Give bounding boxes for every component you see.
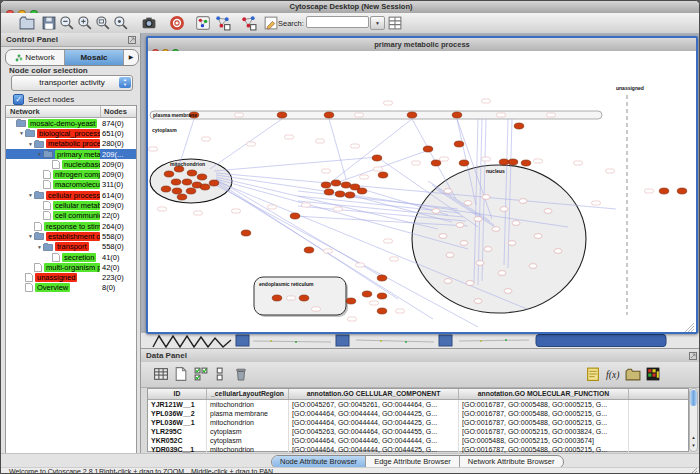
column-header[interactable]: annotation.GO MOLECULAR_FUNCTION — [459, 389, 629, 399]
background-windows-strip[interactable] — [141, 332, 700, 348]
tree-item[interactable]: secretion41(0) — [6, 252, 136, 262]
float-panel-icon[interactable] — [689, 351, 697, 359]
zoom-out-icon[interactable] — [59, 15, 75, 31]
collapse-icon[interactable]: ▼ — [27, 192, 34, 198]
scroll-up-icon[interactable]: ▲ — [690, 434, 697, 442]
vizmapper-icon[interactable] — [195, 15, 211, 31]
more-tabs-icon[interactable]: ▶ — [124, 50, 138, 65]
background-network-sketch — [153, 336, 231, 347]
tree-item[interactable]: response to stimul264(0) — [6, 221, 136, 231]
region-label: unassigned — [616, 85, 644, 91]
tree-item[interactable]: ▼transport558(0) — [6, 242, 136, 252]
status-message: Welcome to Cytoscape 2.8.1 — [9, 468, 98, 474]
snapshot-icon[interactable] — [141, 15, 157, 31]
node-label — [574, 161, 583, 165]
table-row[interactable]: YJR121W__1mitochondrion[GO:0045267, GO:0… — [148, 400, 688, 409]
tree-item[interactable]: cell communicat22(0) — [6, 211, 136, 221]
attribute-table-icon[interactable] — [153, 366, 169, 382]
float-panel-icon[interactable] — [128, 35, 136, 43]
tree-item-label: cellular metabol — [53, 201, 100, 210]
tree-item[interactable]: unassigned223(0) — [6, 272, 136, 282]
search-input[interactable] — [306, 16, 369, 28]
tree-item[interactable]: ▼biological_process651(0) — [6, 128, 136, 138]
tree-item[interactable]: ▼establishment of lo558(0) — [6, 231, 136, 241]
tree-item[interactable]: cellular metabol209(0) — [6, 200, 136, 210]
attribute-table-header[interactable]: ID _cellularLayoutRegion annotation.GO C… — [148, 389, 688, 400]
tree-item-label: primary metabol — [55, 150, 100, 159]
node-color-dropdown[interactable]: transporter activity ▲▼ — [11, 75, 133, 91]
column-header[interactable] — [629, 389, 688, 399]
network-window-titlebar[interactable]: primary metabolic process — [148, 38, 696, 52]
node — [459, 160, 469, 166]
node — [431, 160, 441, 166]
select-nodes-checkbox[interactable]: ✓ — [13, 94, 24, 105]
node — [659, 188, 669, 194]
collapse-icon[interactable]: ▼ — [27, 233, 34, 239]
node-label — [235, 113, 244, 117]
select-attributes-icon[interactable] — [193, 366, 209, 382]
tree-item[interactable]: ▼primary metabol209(... — [6, 149, 136, 159]
collapse-icon[interactable]: ▼ — [36, 244, 43, 250]
dropdown-stepper-icon[interactable]: ▲▼ — [119, 77, 131, 88]
tree-item[interactable]: multi-organism pro42(0) — [6, 262, 136, 272]
layout-spring-icon[interactable] — [241, 15, 257, 31]
table-scrollbar[interactable]: ▲ ▼ — [689, 388, 698, 452]
table-cell: cytoplasm — [207, 427, 289, 436]
table-row[interactable]: YKR052Ccytoplasm[GO:0044464, GO:0044446,… — [148, 436, 688, 445]
node — [474, 299, 482, 304]
tab-network[interactable]: Network — [6, 50, 65, 65]
zoom-fit-icon[interactable] — [95, 15, 111, 31]
node-label — [412, 161, 421, 165]
table-row[interactable]: YPL036W__1mitochondrion[GO:0044464, GO:0… — [148, 418, 688, 427]
node-label — [482, 157, 491, 161]
notes-icon[interactable] — [585, 366, 601, 382]
network-view-window[interactable]: primary metabolic process plasma membran… — [146, 36, 698, 334]
search-dropdown-icon[interactable]: ▼ — [370, 16, 385, 30]
new-attribute-icon[interactable] — [173, 366, 189, 382]
collapse-icon[interactable]: ▼ — [27, 141, 34, 147]
attribute-browser-icon[interactable] — [387, 15, 403, 31]
delete-attribute-icon[interactable] — [233, 366, 249, 382]
table-cell: YPL036W__2 — [148, 409, 207, 418]
tree-item[interactable]: nucleobase-209(0) — [6, 159, 136, 169]
status-bar: Welcome to Cytoscape 2.8.1 Right-click +… — [1, 467, 700, 474]
tree-item[interactable]: ▼cellular process614(0) — [6, 190, 136, 200]
tree-item[interactable]: nitrogen compo209(0) — [6, 169, 136, 179]
table-row[interactable]: YPL036W__2plasma membrane[GO:0044464, GO… — [148, 409, 688, 418]
zoom-selected-icon[interactable] — [113, 15, 129, 31]
scroll-down-icon[interactable]: ▼ — [690, 442, 697, 450]
tree-header[interactable]: Network Nodes — [6, 106, 136, 118]
heatmap-icon[interactable] — [645, 366, 661, 382]
collapse-icon[interactable]: ▼ — [36, 151, 43, 157]
table-row[interactable]: YLR295Ccytoplasm[GO:0045263, GO:0044464,… — [148, 427, 688, 436]
network-desktop: primary metabolic process plasma membran… — [141, 33, 700, 348]
edge — [412, 119, 456, 199]
column-header[interactable]: annotation.GO CELLULAR_COMPONENT — [289, 389, 459, 399]
help-icon[interactable] — [169, 15, 185, 31]
annotation-icon[interactable] — [263, 15, 279, 31]
node — [521, 160, 531, 166]
formula-icon[interactable]: f(x) — [605, 366, 621, 382]
unselect-attributes-icon[interactable] — [213, 366, 229, 382]
tree-item[interactable]: macromolecule311(0) — [6, 180, 136, 190]
zoom-in-icon[interactable] — [77, 15, 93, 31]
tree-item[interactable]: mosaic-demo-yeast874(0) — [6, 118, 136, 128]
tree-item[interactable]: Overview8(0) — [6, 283, 136, 293]
network-canvas[interactable]: plasma membranecytoplasmmitochondrionnuc… — [148, 51, 696, 332]
node — [677, 188, 687, 194]
scrollbar-thumb[interactable] — [690, 390, 697, 406]
collapse-icon[interactable]: ▼ — [18, 130, 25, 136]
tab-mosaic[interactable]: Mosaic — [65, 50, 124, 65]
open-session-icon[interactable] — [19, 15, 35, 31]
column-header[interactable]: _cellularLayoutRegion — [207, 389, 289, 399]
node-label — [440, 157, 449, 161]
minimized-window-icon — [236, 335, 249, 346]
import-table-icon[interactable] — [625, 366, 641, 382]
tree-item[interactable]: ▼metabolic process280(0) — [6, 139, 136, 149]
node-label — [232, 209, 241, 213]
column-header[interactable]: ID — [148, 389, 207, 399]
layout-grid-icon[interactable] — [215, 15, 231, 31]
node-label — [390, 257, 399, 261]
save-session-icon[interactable] — [41, 15, 57, 31]
resize-grip-icon[interactable] — [689, 467, 698, 474]
